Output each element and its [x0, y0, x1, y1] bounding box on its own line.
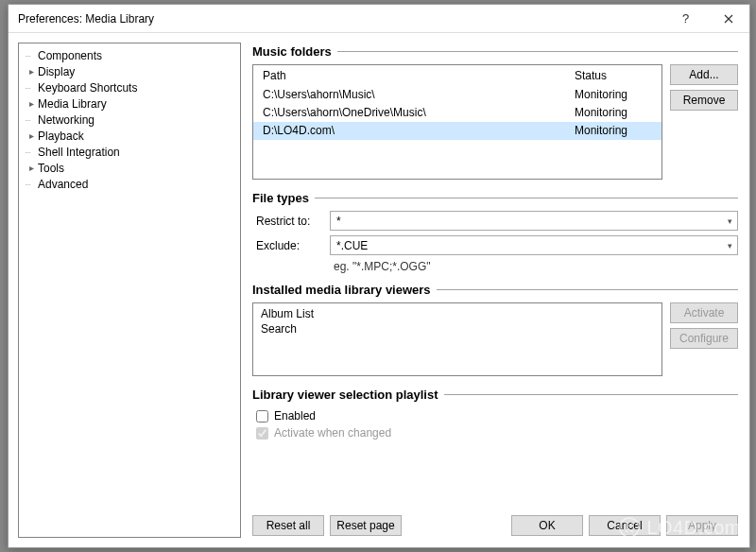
add-button[interactable]: Add... [670, 64, 738, 85]
exclude-label: Exclude: [252, 239, 330, 252]
column-path[interactable]: Path [263, 69, 575, 82]
group-title: Installed media library viewers [252, 283, 437, 297]
preferences-window: Preferences: Media Library ? ····Compone… [8, 4, 750, 548]
tree-item-label: Keyboard Shortcuts [38, 81, 137, 95]
list-header: Path Status [253, 65, 662, 86]
row-status: Monitoring [575, 123, 652, 139]
group-title: Library viewer selection playlist [252, 388, 444, 402]
chevron-right-icon[interactable]: ▸ [25, 131, 38, 141]
footer: Reset all Reset page OK Cancel Apply [252, 508, 738, 538]
folder-buttons: Add... Remove [670, 64, 738, 180]
cancel-button[interactable]: Cancel [589, 515, 661, 536]
tree-leaf-icon: ···· [25, 51, 38, 60]
divider [315, 198, 738, 198]
tree-item-components[interactable]: ····Components [19, 47, 240, 63]
help-button[interactable]: ? [664, 5, 707, 33]
column-status[interactable]: Status [575, 69, 652, 82]
exclude-input-wrap: ▾ [330, 235, 738, 255]
footer-left: Reset all Reset page [252, 515, 402, 536]
chevron-right-icon[interactable]: ▸ [25, 164, 38, 173]
tree-item-label: Shell Integration [38, 146, 120, 159]
file-types-header: File types [252, 191, 738, 205]
reset-page-button[interactable]: Reset page [330, 515, 402, 536]
playlist-header: Library viewer selection playlist [252, 388, 738, 402]
tree-item-label: Tools [38, 162, 64, 175]
enabled-row: Enabled [252, 407, 738, 424]
tree-leaf-icon: ···· [25, 180, 38, 189]
exclude-input[interactable] [330, 235, 738, 255]
reset-all-button[interactable]: Reset all [252, 515, 324, 536]
restrict-input-wrap: ▾ [330, 211, 738, 231]
enabled-checkbox[interactable] [256, 410, 268, 423]
row-path: C:\Users\ahorn\OneDrive\Music\ [263, 105, 575, 121]
music-folders-header: Music folders [252, 44, 738, 59]
ok-button[interactable]: OK [511, 515, 583, 536]
divider [437, 289, 738, 290]
divider [337, 51, 738, 52]
tree-item-shell-integration[interactable]: ····Shell Integration [19, 144, 240, 160]
tree-item-display[interactable]: ▸Display [19, 63, 240, 79]
tree-item-label: Display [38, 65, 75, 78]
group-title: File types [252, 191, 315, 205]
remove-button[interactable]: Remove [670, 90, 738, 111]
viewer-buttons: Activate Configure [670, 302, 738, 376]
music-folders-list[interactable]: Path Status C:\Users\ahorn\Music\ Monito… [252, 64, 662, 180]
row-path: C:\Users\ahorn\Music\ [263, 87, 575, 103]
table-row[interactable]: C:\Users\ahorn\Music\ Monitoring [253, 86, 662, 104]
tree-item-advanced[interactable]: ····Advanced [19, 176, 240, 192]
exclude-row: Exclude: ▾ [252, 235, 738, 255]
close-icon [724, 14, 733, 24]
activate-when-changed-checkbox [256, 427, 268, 440]
category-tree[interactable]: ····Components ▸Display ····Keyboard Sho… [18, 43, 241, 538]
viewers-list[interactable]: Album List Search [252, 302, 662, 376]
list-item[interactable]: Album List [261, 306, 654, 321]
viewers-header: Installed media library viewers [252, 283, 738, 297]
configure-button[interactable]: Configure [670, 328, 738, 349]
enabled-label: Enabled [274, 409, 316, 423]
row-path: D:\LO4D.com\ [263, 123, 575, 139]
table-row[interactable]: D:\LO4D.com\ Monitoring [253, 122, 662, 140]
restrict-input[interactable] [330, 211, 738, 231]
list-item[interactable]: Search [261, 321, 654, 336]
tree-item-keyboard-shortcuts[interactable]: ····Keyboard Shortcuts [19, 79, 240, 95]
titlebar: Preferences: Media Library ? [9, 5, 749, 33]
chevron-right-icon[interactable]: ▸ [25, 99, 38, 109]
music-folders-section: Path Status C:\Users\ahorn\Music\ Monito… [252, 64, 738, 180]
main-panel: Music folders Path Status C:\Users\ahorn… [252, 43, 738, 538]
group-title: Music folders [252, 44, 337, 59]
tree-item-media-library[interactable]: ▸Media Library [19, 95, 240, 112]
tree-item-label: Media Library [38, 97, 107, 111]
tree-item-label: Components [38, 49, 102, 62]
row-status: Monitoring [575, 87, 652, 103]
apply-button[interactable]: Apply [666, 515, 738, 536]
table-row[interactable]: C:\Users\ahorn\OneDrive\Music\ Monitorin… [253, 104, 662, 122]
tree-leaf-icon: ···· [25, 147, 38, 157]
tree-leaf-icon: ···· [25, 83, 38, 93]
footer-right: OK Cancel Apply [511, 515, 738, 536]
dialog-body: ····Components ▸Display ····Keyboard Sho… [9, 33, 749, 547]
file-types-hint: eg. "*.MPC;*.OGG" [252, 260, 738, 273]
activate-when-changed-label: Activate when changed [274, 426, 391, 440]
tree-item-label: Advanced [38, 178, 88, 191]
viewers-section: Album List Search Activate Configure [252, 302, 738, 376]
tree-item-label: Networking [38, 113, 94, 127]
tree-leaf-icon: ···· [25, 115, 38, 125]
window-title: Preferences: Media Library [18, 12, 664, 26]
list-rows: C:\Users\ahorn\Music\ Monitoring C:\User… [253, 86, 662, 179]
tree-item-playback[interactable]: ▸Playback [19, 128, 240, 144]
row-status: Monitoring [575, 105, 652, 121]
restrict-label: Restrict to: [252, 215, 330, 228]
tree-item-networking[interactable]: ····Networking [19, 112, 240, 128]
tree-item-tools[interactable]: ▸Tools [19, 160, 240, 176]
close-button[interactable] [707, 5, 749, 33]
divider [444, 394, 738, 395]
activate-when-changed-row: Activate when changed [252, 424, 738, 441]
tree-item-label: Playback [38, 129, 84, 143]
restrict-row: Restrict to: ▾ [252, 211, 738, 231]
activate-button[interactable]: Activate [670, 302, 738, 323]
chevron-right-icon[interactable]: ▸ [25, 67, 38, 77]
